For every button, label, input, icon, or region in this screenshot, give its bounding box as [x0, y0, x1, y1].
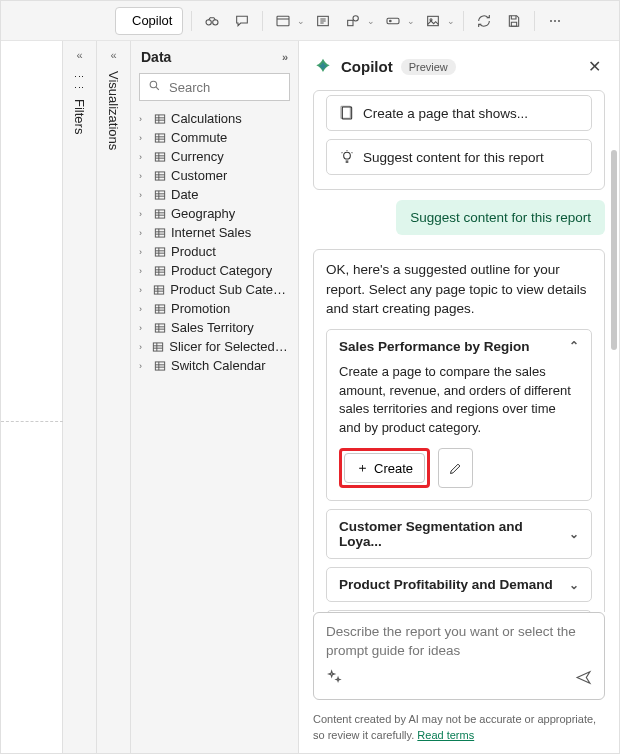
caret-down-icon[interactable]: ⌄ [407, 16, 415, 26]
table-icon [153, 359, 167, 373]
table-item[interactable]: ›Switch Calendar [135, 356, 294, 375]
caret-down-icon[interactable]: ⌄ [447, 16, 455, 26]
svg-rect-18 [155, 190, 164, 198]
disclaimer: Content created by AI may not be accurat… [299, 708, 619, 753]
data-search[interactable] [139, 73, 290, 101]
chevron-right-icon: › [139, 342, 147, 352]
ai-intro-text: OK, here's a suggested outline for your … [326, 260, 592, 319]
table-label: Currency [171, 149, 224, 164]
chevron-right-icon: › [139, 190, 149, 200]
pencil-icon [448, 461, 463, 476]
table-item[interactable]: ›Customer [135, 166, 294, 185]
table-icon [153, 131, 167, 145]
shapes-icon[interactable] [341, 9, 365, 33]
more-icon[interactable] [543, 9, 567, 33]
save-icon[interactable] [502, 9, 526, 33]
table-item[interactable]: ›Promotion [135, 299, 294, 318]
suggestion-title: Customer Segmentation and Loya... [339, 519, 569, 549]
table-item[interactable]: ›Geography [135, 204, 294, 223]
table-item[interactable]: ›Slicer for Selected Mea... [135, 337, 294, 356]
table-icon [153, 302, 167, 316]
svg-point-11 [554, 20, 556, 22]
caret-down-icon[interactable]: ⌄ [297, 16, 305, 26]
svg-rect-26 [154, 342, 163, 350]
ai-response-card: OK, here's a suggested outline for your … [313, 249, 605, 612]
svg-rect-2 [277, 16, 289, 25]
svg-point-13 [150, 81, 157, 88]
table-icon [153, 264, 167, 278]
svg-point-7 [390, 20, 392, 22]
suggestion-header[interactable]: Shipping and Delivery Efficiency⌄ [327, 611, 591, 612]
chevron-right-icon: › [139, 114, 149, 124]
chevron-down-icon: ⌄ [569, 527, 579, 541]
starter-row-label: Create a page that shows... [363, 106, 528, 121]
send-icon[interactable] [575, 669, 592, 689]
copilot-panel: Copilot Preview ✕ Create a page that sho… [299, 41, 619, 753]
table-icon [153, 150, 167, 164]
table-label: Switch Calendar [171, 358, 266, 373]
starter-create-page[interactable]: Create a page that shows... [326, 95, 592, 131]
edit-button[interactable] [438, 448, 473, 488]
user-message: Suggest content for this report [396, 200, 605, 235]
starter-suggest-content[interactable]: Suggest content for this report [326, 139, 592, 175]
svg-point-1 [213, 19, 218, 24]
text-box-icon[interactable] [311, 9, 335, 33]
svg-rect-22 [155, 266, 164, 274]
table-item[interactable]: ›Currency [135, 147, 294, 166]
svg-rect-14 [155, 114, 164, 122]
visualizations-label: Visualizations [106, 71, 121, 150]
svg-rect-25 [155, 323, 164, 331]
sparkle-icon[interactable] [326, 669, 343, 689]
close-icon[interactable]: ✕ [584, 53, 605, 80]
layout-icon[interactable] [271, 9, 295, 33]
svg-rect-20 [155, 228, 164, 236]
table-item[interactable]: ›Product Category [135, 261, 294, 280]
copilot-toolbar-button[interactable]: Copilot [115, 7, 183, 35]
caret-down-icon[interactable]: ⌄ [367, 16, 375, 26]
suggestion-body: Create a page to compare the sales amoun… [327, 363, 591, 500]
table-icon [153, 245, 167, 259]
image-icon[interactable] [421, 9, 445, 33]
table-item[interactable]: ›Commute [135, 128, 294, 147]
table-item[interactable]: ›Product [135, 242, 294, 261]
svg-rect-15 [155, 133, 164, 141]
svg-rect-8 [428, 16, 439, 25]
table-icon [153, 112, 167, 126]
suggestion-header[interactable]: Customer Segmentation and Loya...⌄ [327, 510, 591, 558]
suggestion-item: Customer Segmentation and Loya...⌄ [326, 509, 592, 559]
table-icon [153, 321, 167, 335]
refresh-icon[interactable] [472, 9, 496, 33]
collapse-left-icon[interactable]: « [76, 49, 82, 61]
table-label: Product Sub Category [170, 282, 290, 297]
table-item[interactable]: ›Date [135, 185, 294, 204]
svg-point-0 [206, 19, 211, 24]
binoculars-icon[interactable] [200, 9, 224, 33]
starter-row-label: Suggest content for this report [363, 150, 544, 165]
report-canvas-edge [1, 41, 63, 753]
create-button[interactable]: ＋Create [344, 453, 425, 483]
suggestion-header[interactable]: Product Profitability and Demand⌄ [327, 568, 591, 601]
table-icon [153, 188, 167, 202]
suggestion-description: Create a page to compare the sales amoun… [339, 363, 579, 438]
chevron-right-icon: › [139, 361, 149, 371]
table-item[interactable]: ›Calculations [135, 109, 294, 128]
search-icon [148, 79, 161, 95]
chevron-right-icon: › [139, 304, 149, 314]
suggestion-header[interactable]: Sales Performance by Region⌃ [327, 330, 591, 363]
collapse-left-icon[interactable]: « [110, 49, 116, 61]
svg-rect-24 [155, 304, 164, 312]
copilot-toolbar-label: Copilot [132, 13, 172, 28]
table-item[interactable]: ›Sales Territory [135, 318, 294, 337]
comment-icon[interactable] [230, 9, 254, 33]
buttons-icon[interactable] [381, 9, 405, 33]
collapse-right-icon[interactable]: » [282, 51, 288, 63]
svg-rect-16 [155, 152, 164, 160]
table-item[interactable]: ›Internet Sales [135, 223, 294, 242]
prompt-input[interactable]: Describe the report you want or select t… [313, 612, 605, 700]
scrollbar[interactable] [611, 150, 617, 350]
filters-rail[interactable]: « ⋮⋮Filters [63, 41, 97, 753]
read-terms-link[interactable]: Read terms [417, 729, 474, 741]
table-label: Internet Sales [171, 225, 251, 240]
visualizations-rail[interactable]: « Visualizations [97, 41, 131, 753]
table-item[interactable]: ›Product Sub Category [135, 280, 294, 299]
